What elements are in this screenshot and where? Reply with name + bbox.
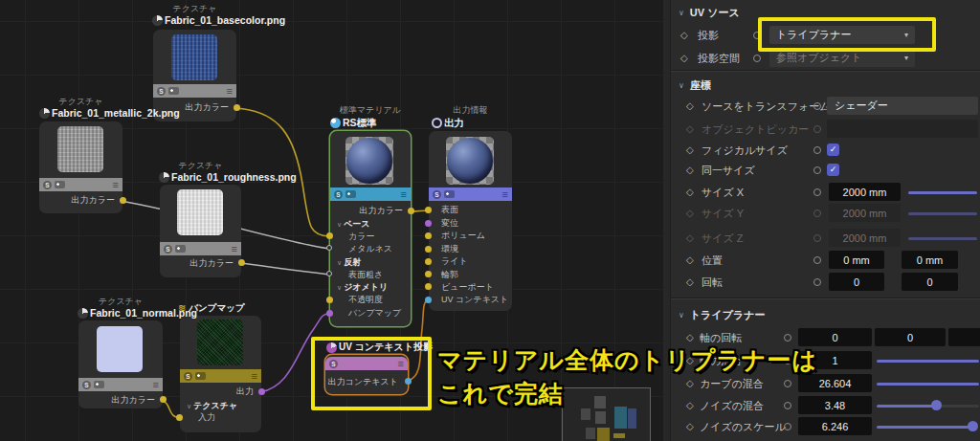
transform-source-field[interactable]: シェーダー: [827, 97, 978, 115]
axis-rotation-x-field[interactable]: 0: [798, 328, 872, 346]
port-circle-icon[interactable]: [813, 102, 821, 110]
noise-scale-slider-handle[interactable]: [968, 421, 978, 431]
size-y-field[interactable]: 2000 mm: [829, 204, 901, 222]
group-geometry[interactable]: ∨ジオメトリ: [337, 281, 388, 294]
keyframe-diamond-icon[interactable]: ◇: [680, 29, 688, 41]
port-volume[interactable]: [425, 232, 432, 239]
menu-icon[interactable]: ≡: [232, 242, 237, 255]
node-standard-material[interactable]: S ≡ 出力カラー ∨ベース カラー メタルネス ∨反射 表面粗さ ∨ジオメトリ…: [330, 131, 411, 326]
minimap-node: [586, 428, 595, 439]
menu-icon[interactable]: ≡: [401, 187, 407, 201]
panel-divider[interactable]: [663, 0, 670, 441]
row-noise-blend: ◇ ノイズの混合 3.48: [671, 395, 980, 416]
port-circle-icon[interactable]: [784, 380, 791, 387]
noise-blend-field[interactable]: 3.48: [798, 396, 872, 414]
port-circle-icon[interactable]: [753, 55, 761, 62]
minimap-node: [594, 396, 606, 408]
group-base[interactable]: ∨ベース: [337, 218, 370, 231]
keyframe-diamond-icon[interactable]: ◇: [686, 399, 694, 411]
section-uv-source[interactable]: ∨ UV ソース: [679, 4, 740, 21]
curve-blend-field[interactable]: 26.604: [798, 374, 872, 392]
noise-blend-slider-handle[interactable]: [931, 400, 942, 410]
node-texture-metallic[interactable]: S ≡ 出力カラー: [39, 121, 122, 213]
menu-icon[interactable]: ≡: [113, 178, 119, 191]
size-z-slider[interactable]: [908, 237, 977, 240]
size-x-slider[interactable]: [908, 191, 977, 194]
texture-preview: [97, 326, 143, 372]
port-displacement[interactable]: [425, 220, 432, 227]
keyframe-diamond-icon[interactable]: ◇: [680, 52, 688, 64]
keyframe-diamond-icon[interactable]: ◇: [686, 164, 694, 176]
axis-rotation-y-field[interactable]: 0: [875, 328, 946, 346]
node-title-material: 標準マテリアル: [330, 105, 411, 115]
port-circle-icon[interactable]: [813, 278, 821, 286]
port-circle-icon[interactable]: [784, 402, 791, 409]
node-texture-roughness[interactable]: S ≡ 出力カラー: [160, 185, 241, 277]
port-circle-icon[interactable]: [784, 334, 791, 342]
port-contour[interactable]: [425, 271, 432, 277]
port-circle-icon[interactable]: [813, 188, 821, 196]
section-triplanar[interactable]: ∨ トライプラナー: [679, 306, 765, 323]
size-x-field[interactable]: 2000 mm: [829, 183, 901, 201]
group-reflection[interactable]: ∨反射: [337, 256, 361, 269]
keyframe-diamond-icon[interactable]: ◇: [686, 420, 694, 432]
menu-icon[interactable]: ≡: [502, 187, 508, 201]
keyframe-diamond-icon[interactable]: ◇: [686, 254, 694, 266]
position-y-field[interactable]: 0 mm: [902, 251, 958, 269]
same-size-checkbox[interactable]: ✓: [827, 164, 839, 176]
node-bump-map[interactable]: S ≡ 出力 ∨テクスチャ 入力: [180, 316, 261, 432]
menu-icon[interactable]: ≡: [227, 84, 233, 98]
keyframe-diamond-icon[interactable]: ◇: [686, 331, 694, 343]
port-circle-icon[interactable]: [813, 166, 821, 174]
keyframe-diamond-icon[interactable]: ◇: [686, 143, 694, 156]
port-surface[interactable]: [425, 207, 432, 213]
port-environment[interactable]: [425, 246, 432, 253]
port-label-color: カラー: [348, 231, 374, 243]
section-coordinates[interactable]: ∨ 座標: [679, 77, 711, 94]
axis-blend-slider[interactable]: [877, 360, 979, 363]
axis-rotation-z-field[interactable]: [948, 328, 980, 346]
size-y-slider[interactable]: [908, 212, 977, 215]
port-output-color[interactable]: [234, 104, 240, 111]
noise-blend-slider-track[interactable]: [937, 405, 979, 408]
row-size-x: ◇ サイズ X 2000 mm: [671, 182, 980, 203]
node-name-material: RS標準: [330, 117, 377, 128]
curve-blend-slider[interactable]: [877, 383, 979, 386]
keyframe-diamond-icon[interactable]: ◇: [686, 99, 694, 112]
keyframe-diamond-icon[interactable]: ◇: [686, 377, 694, 389]
port-roughness[interactable]: [326, 271, 332, 276]
port-uv-context[interactable]: [425, 297, 432, 303]
node-output[interactable]: S ≡ 表面 変位 ボリューム 環境 ライト 輪郭 ビューポート UV コンテキ…: [429, 131, 512, 311]
menu-icon[interactable]: ≡: [252, 369, 257, 383]
port-bumpmap[interactable]: [326, 310, 333, 317]
port-light[interactable]: [425, 258, 432, 265]
port-output-color[interactable]: [160, 396, 167, 403]
keyframe-diamond-icon[interactable]: ◇: [686, 186, 694, 198]
rotation-y-field[interactable]: 0: [902, 273, 958, 291]
port-circle-icon[interactable]: [784, 423, 791, 430]
object-picker-field[interactable]: [827, 120, 978, 138]
keyframe-diamond-icon[interactable]: ◇: [686, 276, 694, 288]
port-metalness[interactable]: [326, 245, 332, 251]
row-same-size: ◇ 同一サイズ ✓: [671, 160, 980, 181]
port-viewport[interactable]: [425, 283, 432, 290]
port-output-color[interactable]: [408, 208, 414, 214]
size-z-field[interactable]: 2000 mm: [829, 229, 901, 247]
port-output-color[interactable]: [238, 259, 245, 266]
port-circle-icon[interactable]: [813, 146, 821, 154]
noise-scale-field[interactable]: 6.246: [798, 417, 872, 435]
rotation-x-field[interactable]: 0: [829, 273, 884, 291]
physical-size-checkbox[interactable]: ✓: [827, 143, 839, 156]
port-color[interactable]: [326, 232, 333, 239]
port-circle-icon[interactable]: [813, 256, 821, 264]
port-input[interactable]: [176, 414, 183, 421]
node-texture-normal[interactable]: S ≡ 出力カラー: [78, 320, 163, 408]
port-output-color[interactable]: [120, 197, 126, 204]
position-x-field[interactable]: 0 mm: [829, 251, 884, 269]
port-opacity[interactable]: [326, 297, 333, 303]
noise-scale-slider[interactable]: [877, 426, 975, 429]
navigator-minimap[interactable]: [562, 387, 651, 441]
noise-blend-slider[interactable]: [877, 405, 937, 408]
port-output[interactable]: [258, 388, 265, 395]
menu-icon[interactable]: ≡: [153, 378, 159, 391]
